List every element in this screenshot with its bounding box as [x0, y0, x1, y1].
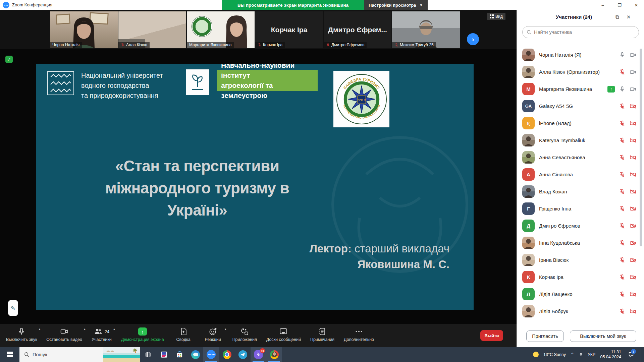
slide-lecturer: Лектор: старший викладач Яковишина М. С. — [241, 241, 449, 272]
avatar — [522, 134, 535, 146]
mic-muted-icon — [619, 257, 626, 263]
close-panel-icon[interactable]: ✕ — [625, 13, 632, 21]
view-settings-dropdown[interactable]: Настройки просмотра ▼ — [364, 0, 428, 10]
participant-name: Анна Севастьянова — [539, 155, 585, 160]
leave-button[interactable]: Выйти — [480, 330, 503, 341]
annotation-pencil-button[interactable]: ✎ — [8, 300, 18, 316]
participants-panel: Участники (24) ⧉ ✕ Чорна Наталія (Я)Алла… — [517, 10, 644, 347]
action-center-icon[interactable]: 3 — [626, 347, 636, 362]
chevron-up-icon[interactable]: ▲ — [113, 327, 116, 331]
video-thumbnail-strip: Чорна Наталія Алла Кізюн Маргарита Якови… — [0, 10, 517, 49]
video-thumbnail[interactable]: Чорна Наталія — [50, 11, 118, 48]
chevron-up-icon[interactable]: ▲ — [224, 327, 227, 331]
taskbar-icon-chrome[interactable] — [219, 347, 235, 362]
search-icon — [527, 30, 531, 35]
video-thumbnail[interactable]: Максим Тригуб 25 — [392, 11, 460, 48]
weather-text[interactable]: 13°C Sunny — [543, 352, 566, 357]
view-button[interactable]: Вид — [487, 13, 505, 20]
minimize-button[interactable]: – — [595, 0, 610, 10]
security-shield-icon[interactable]: ✓ — [5, 56, 13, 63]
thumbnail-name-label: Маргарита Яковишина — [187, 42, 234, 48]
notes-icon — [318, 327, 326, 336]
summary-icon — [179, 327, 187, 336]
participant-row[interactable]: Інна Куцолабська — [517, 234, 644, 251]
taskbar-icon-telegram[interactable] — [235, 347, 251, 362]
share-icon: ↑ — [138, 327, 147, 336]
svg-text:НУВГП: НУВГП — [358, 99, 366, 101]
participant-row[interactable]: І(iPhone (Влад) — [517, 115, 644, 132]
weather-sun-icon[interactable] — [533, 352, 539, 357]
taskbar-search-box[interactable]: Пошук 🌴 ☁☁ — [19, 347, 140, 362]
toolbar-mic-button[interactable]: ▲Выключить звук — [1, 324, 42, 347]
mic-muted-icon — [619, 205, 626, 212]
toolbar-reactions-button[interactable]: ▲Реакции — [198, 324, 228, 347]
participants-count-badge: 24 — [105, 329, 109, 334]
panel-scrollbar[interactable] — [640, 49, 642, 246]
video-thumbnail[interactable]: Дмитро Єфрем...Дмитро Єфремов — [324, 11, 391, 48]
thumbnail-name-label: Алла Кізюн — [118, 42, 150, 48]
search-input[interactable] — [534, 29, 628, 35]
video-thumbnail[interactable]: Алла Кізюн — [118, 11, 186, 48]
video-thumbnail[interactable]: Маргарита Яковишина — [187, 11, 255, 48]
language-indicator[interactable]: УКР — [588, 352, 596, 357]
participant-row[interactable]: Влад Кожан — [517, 183, 644, 200]
invite-button[interactable]: Пригласить — [526, 330, 564, 342]
participant-row[interactable]: Чорна Наталія (Я) — [517, 46, 644, 63]
toolbar-people-button[interactable]: 24▲Участники — [87, 324, 116, 347]
participant-row[interactable]: ДДмитро Єфремов — [517, 217, 644, 234]
avatar: Л — [522, 288, 535, 300]
toolbar-camera-button[interactable]: ▲Остановить видео — [42, 324, 87, 347]
camera-off-icon — [630, 291, 636, 298]
participant-row[interactable]: GAGalaxy A54 5G — [517, 98, 644, 115]
taskbar-icon-edge[interactable] — [187, 347, 203, 362]
taskbar-icon-zoom[interactable]: zoom — [203, 347, 219, 362]
close-button[interactable]: ✕ — [629, 0, 644, 10]
avatar: К — [522, 271, 535, 283]
start-button[interactable] — [0, 347, 19, 362]
participant-row[interactable]: ГГріщенко Інна — [517, 200, 644, 217]
show-desktop-strip[interactable] — [641, 347, 643, 362]
participant-row[interactable]: Ірина Вівсюк — [517, 251, 644, 268]
taskbar-icon-store[interactable] — [172, 347, 187, 362]
participant-row[interactable]: Анна Севастьянова — [517, 149, 644, 166]
camera-off-icon — [630, 205, 636, 212]
video-thumbnail[interactable]: Корчак ІраКорчак Іра — [255, 11, 323, 48]
palm-decoration: 🌴 — [132, 348, 138, 353]
taskbar-icon-notes-app[interactable] — [156, 347, 172, 362]
participant-row[interactable]: Лілія Бобрук — [517, 303, 644, 320]
toolbar-notes-button[interactable]: Примечания — [306, 324, 339, 347]
maximize-button[interactable]: ❐ — [612, 0, 627, 10]
toolbar-whiteboard-button[interactable]: Доски сообщений — [262, 324, 306, 347]
tray-chevron-icon[interactable]: ⌃ — [571, 352, 574, 357]
clock[interactable]: 11:31 05.04.2024 — [600, 350, 621, 360]
thumbnail-name-label: Чорна Наталія — [50, 42, 82, 48]
tray-mic-icon[interactable] — [579, 352, 583, 357]
participant-row[interactable]: Kateryna Tsymbaliuk — [517, 132, 644, 149]
zoom-app-icon: zm — [3, 2, 9, 8]
taskbar-icon-viber[interactable]: 81 — [251, 347, 266, 362]
toolbar-summary-button[interactable]: Сводка — [169, 324, 198, 347]
toolbar-label: Примечания — [310, 337, 334, 342]
toolbar-more-button[interactable]: Дополнительно — [339, 324, 379, 347]
camera-off-icon — [630, 120, 636, 127]
cloud-decoration: ☁☁ — [106, 348, 114, 353]
system-tray: 13°C Sunny ⌃ УКР 11:31 05.04.2024 3 — [533, 347, 644, 362]
participant-row[interactable]: ККорчак Іра — [517, 268, 644, 286]
toolbar-apps-button[interactable]: Приложения — [228, 324, 262, 347]
next-page-button[interactable]: › — [467, 33, 479, 45]
participant-row[interactable]: Алла Кізюн (Организатор) — [517, 63, 644, 80]
screen-share-badge: ↑ — [607, 86, 615, 93]
taskbar-icon-chrome-profile[interactable] — [266, 347, 282, 362]
popout-icon[interactable]: ⧉ — [613, 13, 621, 21]
participant-row[interactable]: ААнна Сінякова — [517, 166, 644, 183]
participant-search[interactable] — [522, 26, 639, 38]
toolbar-share-button[interactable]: ↑Демонстрация экрана — [116, 324, 169, 347]
notification-badge: 3 — [631, 349, 636, 354]
taskbar-icon-task-view[interactable] — [140, 347, 156, 362]
mute-my-audio-button[interactable]: Выключить мой звук — [570, 330, 636, 342]
chevron-up-icon[interactable]: ▲ — [38, 327, 41, 331]
toolbar-label: Реакции — [205, 337, 221, 342]
participant-row[interactable]: ЛЛідія Лащенко — [517, 286, 644, 303]
participant-row[interactable]: ММаргарита Яковишина↑ — [517, 80, 644, 98]
chevron-up-icon[interactable]: ▲ — [83, 327, 86, 331]
